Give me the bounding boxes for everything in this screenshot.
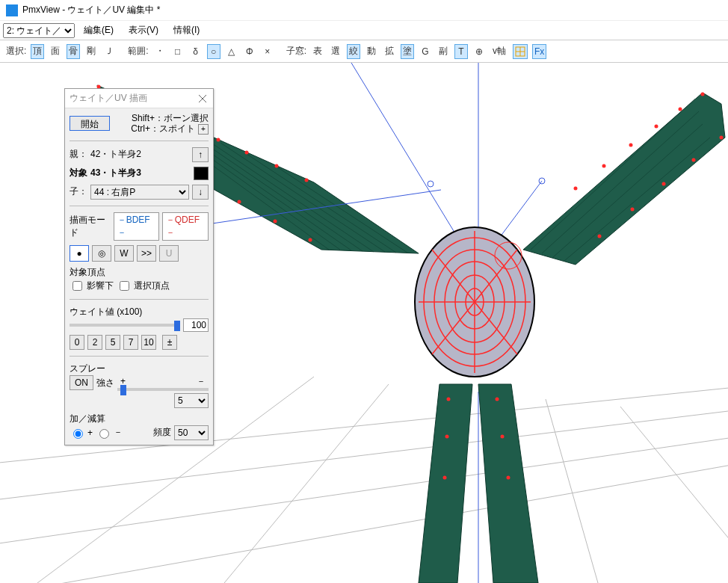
mode-dot-button[interactable]: ●	[70, 245, 89, 262]
parent-up-button[interactable]: ↑	[192, 147, 209, 162]
child-select[interactable]: 44 : 右肩P	[90, 185, 189, 200]
panel-header[interactable]: ウェイト／UV 描画	[65, 89, 213, 108]
mode-ff-button[interactable]: >>	[137, 245, 156, 262]
svg-point-76	[443, 476, 447, 480]
select-bone-button[interactable]: 骨	[67, 44, 80, 59]
svg-marker-36	[523, 93, 725, 265]
freq-select[interactable]: 50	[174, 425, 209, 440]
bdef-button[interactable]: －BDEF－	[114, 212, 159, 241]
axis-glyph-button[interactable]: ⊕	[472, 44, 486, 59]
cw-kaku-button[interactable]: 拡	[383, 44, 396, 59]
axis-button[interactable]: v軸	[490, 44, 508, 59]
mode-ring-button[interactable]: ◎	[92, 245, 111, 262]
cw-shibo-button[interactable]: 絞	[347, 44, 360, 59]
select-joint-button[interactable]: Ｊ	[102, 44, 116, 59]
qdef-button[interactable]: －QDEF－	[162, 212, 209, 241]
child-label: 子：	[70, 185, 87, 198]
mode-u-button[interactable]: U	[159, 245, 179, 262]
cw-dou-button[interactable]: 動	[365, 44, 378, 59]
svg-point-79	[507, 476, 510, 480]
range-circle-button[interactable]: ○	[207, 44, 220, 59]
addsub-plus-radio[interactable]: +	[70, 427, 93, 439]
cw-fuku-button[interactable]: 副	[437, 44, 450, 59]
mode-select[interactable]: 2: ウェイト／UV:	[3, 23, 75, 38]
preset-0-button[interactable]: 0	[70, 335, 84, 350]
parent-label: 親：	[70, 148, 87, 161]
cw-sen-button[interactable]: 選	[329, 44, 342, 59]
menu-info[interactable]: 情報(I)	[167, 22, 206, 38]
preset-5-button[interactable]: 5	[105, 335, 120, 350]
weight-uv-panel[interactable]: ウェイト／UV 描画 開始 Shift+：ボーン選択 Ctrl+：スポイト + …	[64, 88, 214, 445]
target-label: 対象	[70, 167, 87, 179]
child-window-label: 子窓:	[286, 45, 306, 58]
svg-marker-73	[478, 384, 538, 583]
svg-line-53	[351, 63, 456, 235]
cw-nuri-button[interactable]: 塗	[401, 44, 414, 59]
parent-value: 42・ト半身2	[90, 148, 189, 161]
svg-point-27	[245, 151, 249, 155]
strength-slider[interactable]	[117, 388, 209, 391]
range-label: 範囲:	[128, 45, 148, 58]
svg-point-78	[501, 435, 505, 439]
toolbar: 選択: 頂 面 骨 剛 Ｊ 範囲: ・ □ δ ○ △ Φ × 子窓: 表 選 …	[0, 40, 728, 63]
hint-ctrl: Ctrl+：スポイト	[131, 123, 195, 134]
svg-point-41	[701, 93, 705, 96]
panel-close-button[interactable]	[197, 93, 209, 105]
fx-button[interactable]: Fx	[532, 44, 546, 59]
cw-t-button[interactable]: T	[454, 44, 468, 59]
svg-point-75	[445, 435, 449, 439]
svg-line-39	[553, 124, 703, 257]
weight-value-label: ウェイト値 (x100)	[70, 306, 209, 318]
eyedropper-plus-button[interactable]: +	[198, 124, 209, 135]
menu-view[interactable]: 表示(V)	[123, 22, 164, 38]
strength-select[interactable]: 5	[174, 393, 209, 408]
select-label: 選択:	[6, 45, 26, 58]
select-face-button[interactable]: 面	[49, 44, 62, 59]
addsub-label: 加／減算	[70, 413, 209, 425]
hint-shift: Shift+：ボーン選択	[113, 113, 209, 123]
range-delta-button[interactable]: δ	[189, 44, 203, 59]
svg-point-26	[217, 138, 220, 142]
svg-point-28	[275, 164, 279, 168]
preset-pm-button[interactable]: ±	[162, 335, 177, 350]
svg-line-8	[224, 384, 389, 583]
svg-point-47	[720, 136, 724, 140]
preset-7-button[interactable]: 7	[123, 335, 138, 350]
mode-w-button[interactable]: W	[114, 245, 134, 262]
addsub-minus-radio[interactable]: －	[96, 426, 123, 439]
svg-line-5	[0, 433, 728, 549]
select-rigid-button[interactable]: 剛	[84, 44, 98, 59]
spray-on-button[interactable]: ON	[70, 375, 93, 390]
svg-point-44	[629, 144, 633, 147]
menu-edit[interactable]: 編集(E)	[78, 22, 120, 38]
target-color-box[interactable]	[194, 167, 209, 180]
svg-point-33	[238, 200, 241, 204]
preset-10-button[interactable]: 10	[141, 335, 156, 350]
weight-slider[interactable]	[70, 324, 180, 327]
weight-input[interactable]	[183, 318, 209, 332]
range-triangle-button[interactable]: △	[225, 44, 238, 59]
range-phi-button[interactable]: Φ	[243, 44, 256, 59]
range-square-button[interactable]: □	[171, 44, 185, 59]
cw-hyou-button[interactable]: 表	[311, 44, 324, 59]
close-icon	[199, 95, 206, 102]
selected-vertex-checkbox[interactable]: 選択頂点	[117, 279, 170, 293]
grid-icon[interactable]	[513, 44, 528, 59]
svg-marker-72	[419, 384, 472, 583]
svg-point-56	[428, 181, 434, 187]
preset-2-button[interactable]: 2	[87, 335, 102, 350]
svg-line-11	[620, 407, 728, 583]
svg-line-10	[546, 399, 598, 583]
strength-label: 強さ	[96, 377, 114, 389]
cw-g-button[interactable]: G	[419, 44, 432, 59]
influence-checkbox[interactable]: 影響下	[70, 279, 114, 293]
range-times-button[interactable]: ×	[261, 44, 274, 59]
range-dot-button[interactable]: ・	[153, 44, 167, 59]
svg-point-43	[655, 125, 658, 129]
window-title: PmxView - ウェイト／UV 編集中 *	[22, 4, 160, 16]
svg-line-38	[542, 111, 699, 253]
target-vertex-label: 対象頂点	[70, 266, 209, 279]
select-vertex-button[interactable]: 頂	[31, 44, 44, 59]
start-button[interactable]: 開始	[70, 116, 110, 131]
child-down-button[interactable]: ↓	[192, 185, 209, 200]
